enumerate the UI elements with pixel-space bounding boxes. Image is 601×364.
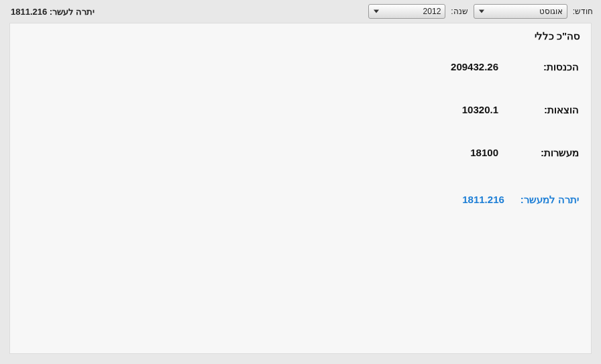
month-select[interactable]: אוגוסט — [474, 4, 567, 19]
summary-panel: סה"כ כללי הכנסות: 209432.26 הוצאות: 1032… — [9, 23, 592, 354]
month-select-wrap: אוגוסט — [474, 4, 567, 19]
summary-rows: הכנסות: 209432.26 הוצאות: 10320.1 מעשרות… — [21, 61, 580, 206]
panel-title: סה"כ כללי — [21, 30, 580, 42]
remaining-tithe-row: יתרה למעשר: 1811.216 — [21, 194, 579, 206]
month-label: חודש: — [573, 7, 593, 16]
expenses-row: הוצאות: 10320.1 — [21, 104, 579, 116]
income-value: 209432.26 — [451, 61, 498, 72]
tithe-balance-label: יתרה לעשר: — [50, 7, 95, 17]
expenses-label: הוצאות: — [532, 104, 579, 116]
income-label: הכנסות: — [532, 61, 579, 73]
income-row: הכנסות: 209432.26 — [21, 61, 579, 73]
tithes-value: 18100 — [470, 147, 498, 158]
tithe-balance: יתרה לעשר: 1811.216 — [8, 7, 95, 17]
year-select-wrap: 2012 — [368, 4, 445, 19]
tithes-label: מעשרות: — [532, 147, 579, 159]
remaining-tithe-label: יתרה למעשר: — [521, 194, 579, 206]
year-label: שנה: — [451, 7, 468, 16]
expenses-value: 10320.1 — [462, 104, 498, 115]
remaining-tithe-value: 1811.216 — [462, 194, 504, 205]
tithe-balance-value: 1811.216 — [11, 7, 47, 17]
year-select[interactable]: 2012 — [368, 4, 445, 19]
topbar: חודש: אוגוסט שנה: 2012 יתרה לעשר: 1811.2… — [0, 0, 601, 23]
tithes-row: מעשרות: 18100 — [21, 147, 579, 159]
